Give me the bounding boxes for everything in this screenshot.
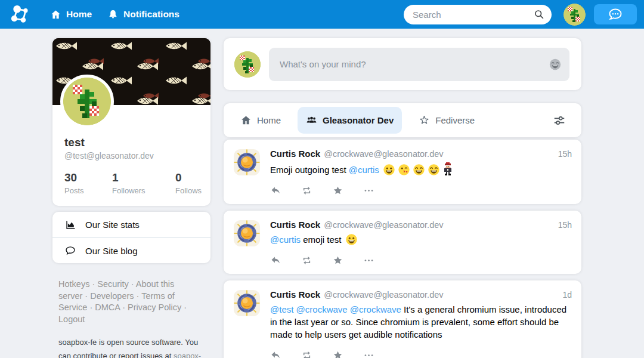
more-button[interactable]	[363, 185, 374, 196]
footer-links: Hotkeys · Security · About this server ·…	[58, 279, 200, 325]
post-timestamp[interactable]: 1d	[562, 290, 572, 300]
face-blowing-kiss-emoji	[398, 163, 410, 176]
post-timestamp[interactable]: 15h	[558, 220, 572, 230]
reply-button[interactable]	[270, 350, 281, 358]
sliders-icon[interactable]	[553, 114, 566, 127]
footer-note: soapbox-fe is open source software. You …	[58, 335, 209, 358]
tab-label: Gleasonator Dev	[323, 115, 394, 125]
nav-home-label: Home	[66, 9, 92, 20]
post-header: Curtis Rock @crockwave@gleasonator.dev 1…	[270, 149, 572, 159]
avatar[interactable]	[234, 51, 261, 78]
nav-home[interactable]: Home	[50, 9, 92, 20]
sidebar-item-our-site-blog[interactable]: Our Site blog	[52, 237, 210, 263]
stat-value: 1	[112, 171, 175, 184]
mention-link[interactable]: @curtis	[270, 234, 301, 245]
favourite-button[interactable]	[332, 255, 343, 266]
tab-label: Home	[257, 115, 281, 125]
compose-card	[224, 38, 581, 90]
sidebar-footer: Hotkeys · Security · About this server ·…	[58, 279, 210, 358]
post-author-name[interactable]: Curtis Rock	[270, 220, 320, 230]
footer-link-developers[interactable]: Developers	[90, 291, 134, 301]
page-content: test @test@gleasonator.dev 30Posts1Follo…	[0, 29, 644, 358]
post-author-handle[interactable]: @crockwave@gleasonator.dev	[324, 149, 443, 159]
post-content: @test @crockwave @crockwave It's a gener…	[270, 303, 572, 341]
repost-button[interactable]	[301, 185, 312, 196]
avatar[interactable]	[564, 4, 586, 26]
post-author-avatar[interactable]	[233, 149, 261, 176]
post-author-avatar[interactable]	[233, 289, 261, 317]
post-header: Curtis Rock @crockwave@gleasonator.dev 1…	[270, 289, 572, 300]
footer-link-privacy-policy[interactable]: Privacy Policy	[128, 303, 181, 312]
repost-button[interactable]	[301, 255, 312, 266]
favourite-button[interactable]	[332, 185, 343, 196]
emoji-picker-icon[interactable]	[549, 58, 562, 71]
stat-value: 30	[64, 171, 112, 184]
stat-value: 0	[175, 171, 202, 184]
chart-icon	[64, 219, 76, 231]
mention-link[interactable]: @crockwave	[350, 304, 401, 314]
post-content: @curtis emoji test	[270, 233, 572, 246]
post-author-avatar[interactable]	[233, 220, 261, 247]
mention-link[interactable]: @crockwave	[296, 304, 348, 314]
post-actions	[270, 350, 572, 358]
bell-icon	[107, 9, 119, 20]
nav-notifications[interactable]: Notifications	[107, 9, 179, 20]
site-menu-card: Our Site statsOur Site blog	[52, 212, 210, 263]
tab-label: Fediverse	[435, 115, 475, 125]
mention-link[interactable]: @curtis	[349, 165, 379, 175]
grinning-face-emoji	[345, 233, 358, 246]
menu-label: Our Site blog	[85, 246, 138, 256]
sidebar-item-our-site-stats[interactable]: Our Site stats	[52, 212, 210, 237]
compose-field	[269, 48, 569, 81]
footer-link-hotkeys[interactable]: Hotkeys	[58, 279, 89, 289]
timeline-tabs: HomeGleasonator DevFediverse	[232, 107, 483, 134]
favourite-button[interactable]	[332, 350, 343, 358]
post-body: Curtis Rock @crockwave@gleasonator.dev 1…	[270, 220, 572, 266]
profile-display-name: test	[64, 136, 210, 149]
profile-stat-posts[interactable]: 30Posts	[64, 171, 112, 195]
timeline-tabs-card: HomeGleasonator DevFediverse	[224, 103, 581, 137]
fediverse-icon	[419, 115, 430, 126]
top-navbar: Home Notifications	[0, 0, 644, 29]
chat-button[interactable]	[594, 4, 637, 24]
timeline-column: HomeGleasonator DevFediverse Curtis Rock…	[224, 38, 581, 358]
post-author-handle[interactable]: @crockwave@gleasonator.dev	[324, 290, 443, 300]
search-box	[404, 5, 552, 24]
post-timestamp[interactable]: 15h	[558, 149, 572, 159]
repost-button[interactable]	[301, 350, 312, 358]
profile-stat-followers[interactable]: 1Followers	[112, 171, 175, 195]
footer-link-logout[interactable]: Logout	[58, 314, 85, 324]
grinning-face-emoji	[383, 163, 395, 176]
tab-home[interactable]: Home	[232, 107, 289, 134]
post-author-handle[interactable]: @crockwave@gleasonator.dev	[324, 220, 443, 230]
post-author-name[interactable]: Curtis Rock	[270, 149, 320, 159]
custom-emoji-pixel-character	[443, 162, 453, 175]
molecule-logo-icon[interactable]	[10, 3, 32, 26]
home-icon	[240, 115, 252, 126]
tab-fediverse[interactable]: Fediverse	[410, 107, 483, 134]
post-author-name[interactable]: Curtis Rock	[270, 289, 320, 300]
post: Curtis Rock @crockwave@gleasonator.dev 1…	[224, 140, 581, 204]
footer-link-dmca[interactable]: DMCA	[95, 303, 120, 312]
search-input[interactable]	[404, 5, 552, 24]
home-icon	[50, 9, 61, 20]
footer-link-security[interactable]: Security	[97, 279, 128, 289]
mention-link[interactable]: @test	[270, 304, 293, 314]
more-button[interactable]	[363, 255, 374, 266]
avatar[interactable]	[60, 75, 114, 128]
profile-stat-follows[interactable]: 0Follows	[175, 171, 202, 195]
nav-notifications-label: Notifications	[123, 9, 179, 20]
post-body: Curtis Rock @crockwave@gleasonator.dev 1…	[270, 149, 572, 196]
beaming-face-emoji	[413, 163, 425, 176]
compose-input[interactable]	[269, 48, 569, 81]
profile-handle: @test@gleasonator.dev	[64, 151, 210, 161]
left-sidebar: test @test@gleasonator.dev 30Posts1Follo…	[52, 38, 210, 358]
reply-button[interactable]	[270, 185, 281, 196]
stat-label: Follows	[175, 186, 202, 195]
reply-button[interactable]	[270, 255, 281, 266]
blog-icon	[64, 245, 76, 257]
search-icon[interactable]	[533, 8, 545, 20]
tab-gleasonator-dev[interactable]: Gleasonator Dev	[298, 107, 402, 134]
more-button[interactable]	[363, 350, 374, 358]
beaming-face-emoji	[428, 163, 440, 176]
